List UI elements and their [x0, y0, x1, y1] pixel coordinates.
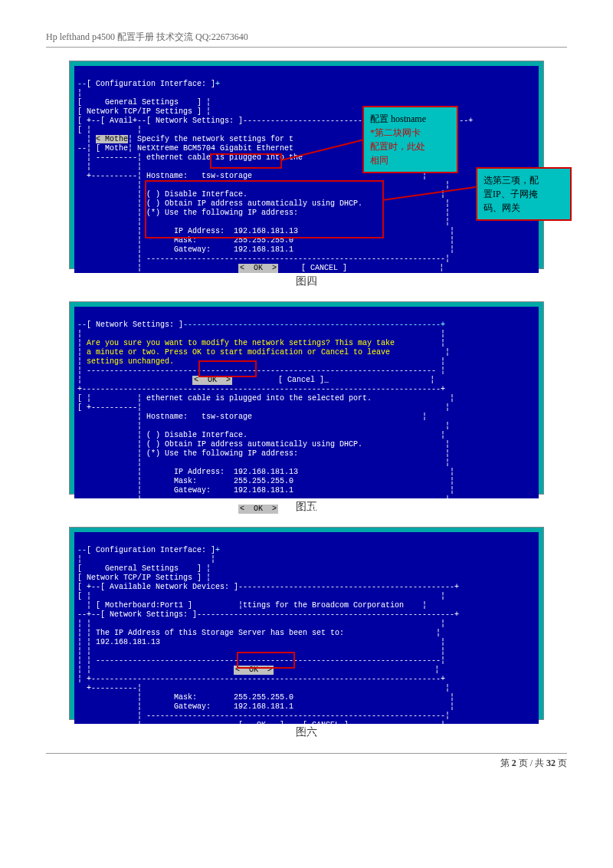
dialog-title: [ Configuration Interface: ]: [87, 546, 215, 554]
ip-confirmed: 192.168.181.13: [96, 638, 160, 646]
option-static-ip[interactable]: (*) Use the following IP address:: [146, 209, 298, 217]
dialog-title: [ Network Settings: ]: [87, 321, 183, 329]
mask-value: 255.255.255.0: [234, 477, 293, 485]
hostname-value: tsw-storage: [202, 413, 252, 421]
mask-value: 255.255.255.0: [234, 693, 293, 702]
page-footer: 第 2 页 / 共 32 页: [46, 753, 567, 770]
figure-4-screenshot: --[ Configuration Interface: ]+ ¦ [ Gene…: [70, 61, 543, 268]
gateway-value: 192.168.181.1: [234, 486, 293, 495]
ip-address-value[interactable]: 192.168.181.13: [234, 227, 298, 235]
ip-address-value: 192.168.181.13: [234, 468, 298, 476]
ok-button[interactable]: < OK >: [238, 264, 278, 273]
mask-value[interactable]: 255.255.255.0: [234, 236, 293, 245]
dialog-title: [ Configuration Interface: ]: [87, 80, 215, 88]
gateway-value[interactable]: 192.168.181.1: [234, 245, 293, 254]
port-label[interactable]: [ Motherboard:Port1 ]: [96, 601, 192, 610]
menu-general-settings[interactable]: General Settings: [105, 564, 179, 573]
confirm-text: Are you sure you want to modify the netw…: [87, 339, 395, 347]
option-dhcp[interactable]: ( ) Obtain IP address automatically usin…: [146, 199, 362, 208]
cancel-button[interactable]: [ Cancel ]: [278, 376, 324, 384]
gateway-value: 192.168.181.1: [234, 702, 293, 711]
annotation-ip-options: 选第三项，配 置IP、子网掩 码、网关: [476, 167, 572, 221]
ok-button[interactable]: < OK >: [234, 666, 274, 675]
menu-tcpip-settings[interactable]: Network TCP/IP Settings: [87, 107, 192, 116]
annotation-hostname: 配置 hostname *第二块网卡 配置时，此处 相同: [362, 106, 458, 173]
figure-6-screenshot: --[ Configuration Interface: ]+ ¦ ¦ [ Ge…: [70, 528, 543, 719]
option-disable[interactable]: ( ) Disable Interface.: [146, 190, 247, 199]
figure-5-screenshot: --[ Network Settings: ]-----------------…: [70, 302, 543, 494]
confirmation-message: The IP Address of this Storage Server ha…: [96, 629, 344, 637]
page-header: Hp lefthand p4500 配置手册 技术交流 QQ:22673640: [46, 31, 567, 48]
ok-button[interactable]: < OK >: [192, 376, 232, 385]
menu-general-settings[interactable]: General Settings: [105, 98, 179, 107]
cancel-button[interactable]: [ CANCEL ]: [301, 264, 347, 272]
menu-tcpip-settings[interactable]: Network TCP/IP Settings: [87, 574, 192, 582]
hostname-value[interactable]: tsw-storage: [202, 172, 252, 180]
